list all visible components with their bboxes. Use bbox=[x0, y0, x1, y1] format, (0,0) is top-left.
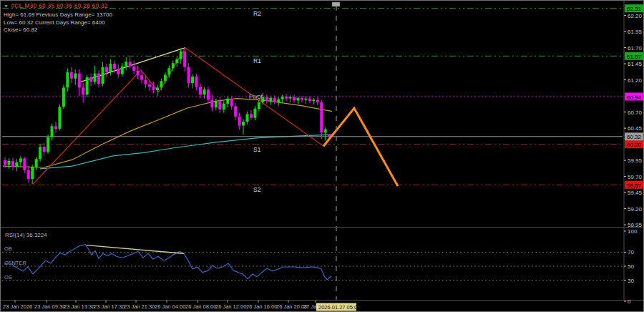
price-tick-label: 61.70 bbox=[628, 45, 643, 52]
candle-body-bear bbox=[140, 75, 143, 79]
time-label: 26 Jan 08:00 bbox=[185, 303, 216, 310]
rsi-level-label-ob: OB bbox=[4, 245, 12, 252]
candle-body-bull bbox=[253, 109, 256, 118]
price-tick-label: 58.95 bbox=[628, 222, 643, 228]
price-level-box-label: 59.57 bbox=[627, 182, 642, 189]
collapse-arrow-icon[interactable]: ▼ bbox=[4, 4, 9, 9]
candle-body-bull bbox=[102, 67, 104, 84]
candle-body-bull bbox=[172, 63, 175, 68]
symbol-ohlc-line: ▼#CL,M30 60.35 60.36 60.28 60.32 bbox=[4, 2, 112, 9]
price-level-box-label: 60.20 bbox=[627, 142, 642, 148]
candle-body-bear bbox=[187, 67, 190, 84]
candle-body-bull bbox=[324, 130, 327, 133]
candle-body-bull bbox=[35, 159, 38, 167]
candle-body-bear bbox=[238, 117, 241, 126]
candle-body-bull bbox=[304, 99, 307, 100]
stat-low: Low= 60.32 bbox=[4, 19, 34, 27]
candle-body-bull bbox=[94, 74, 97, 82]
candle-body-bull bbox=[281, 97, 284, 99]
candle-body-bear bbox=[195, 77, 198, 87]
candle-body-bear bbox=[145, 80, 147, 84]
chart-canvas[interactable]: R2R1PivotS1S2OBCENTEROSRSI(14) 36.322462… bbox=[1, 1, 644, 312]
stat-prev-range: Previous Days Range= 13700 bbox=[36, 11, 112, 19]
khaki-trendline-price[interactable] bbox=[81, 48, 185, 82]
candle-body-bull bbox=[7, 161, 10, 165]
candle-body-bear bbox=[4, 160, 6, 165]
candle-body-bull bbox=[15, 162, 18, 167]
candle-body-bear bbox=[113, 64, 116, 69]
candle-body-bear bbox=[250, 114, 253, 117]
candle-body-bear bbox=[89, 77, 92, 82]
price-level-box-label: 61.57 bbox=[627, 54, 642, 60]
rsi-tick-label: 30 bbox=[628, 278, 634, 284]
chart-info-panel: ▼#CL,M30 60.35 60.36 60.28 60.32 High= 6… bbox=[4, 2, 112, 34]
candle-body-bull bbox=[242, 122, 245, 125]
candle-body-bear bbox=[320, 102, 323, 132]
rsi-line bbox=[4, 245, 331, 280]
candle-body-bull bbox=[31, 167, 34, 179]
candle-body-bear bbox=[265, 97, 268, 101]
candle-body-bear bbox=[82, 87, 84, 94]
candle-body-bear bbox=[105, 67, 108, 72]
candle-body-bull bbox=[167, 68, 170, 74]
time-label: 26 Jan 20:00 bbox=[276, 303, 307, 310]
price-tick-label: 60.70 bbox=[628, 109, 643, 116]
candle-body-bull bbox=[156, 87, 159, 90]
candle-body-bear bbox=[183, 52, 186, 67]
price-tick-label: 61.45 bbox=[628, 61, 643, 67]
candle-body-bull bbox=[261, 97, 264, 102]
symbol-ohlc-text: #CL,M30 60.35 60.36 60.28 60.32 bbox=[11, 2, 108, 9]
day-stats: High= 61.69Previous Days Range= 13700 Lo… bbox=[4, 11, 112, 34]
candle-body-bull bbox=[86, 77, 89, 94]
stat-close: Close= 60.82 bbox=[4, 26, 37, 34]
level-label-s2: S2 bbox=[253, 186, 261, 193]
candle-body-bull bbox=[74, 74, 77, 79]
candle-body-bear bbox=[285, 97, 288, 99]
candle-body-bull bbox=[215, 101, 218, 107]
candle-body-bear bbox=[11, 161, 14, 167]
time-label: 23 Jan 09:30 bbox=[34, 303, 65, 310]
candle-body-bear bbox=[27, 170, 30, 180]
trading-chart-window: R2R1PivotS1S2OBCENTEROSRSI(14) 36.322462… bbox=[0, 0, 644, 312]
zigzag-red-line[interactable] bbox=[33, 48, 323, 185]
stat-high: High= 61.69 bbox=[4, 11, 34, 19]
ma-cyan-line bbox=[40, 135, 332, 169]
candle-body-bull bbox=[39, 147, 42, 159]
rsi-tick-label: 100 bbox=[628, 228, 638, 235]
candle-body-bear bbox=[97, 74, 100, 84]
candle-body-bull bbox=[191, 77, 194, 83]
price-level-box-label: 62.31 bbox=[627, 6, 642, 12]
rsi-indicator-label: RSI(14) 36.3224 bbox=[5, 232, 47, 238]
candle-body-bear bbox=[129, 62, 132, 66]
level-label-r1: R1 bbox=[253, 57, 261, 64]
time-label: 26 Jan 04:00 bbox=[155, 303, 185, 310]
price-level-box-label: 60.94 bbox=[627, 94, 642, 101]
time-label: 26 Jan 16:00 bbox=[246, 303, 277, 310]
projection-orange-line[interactable] bbox=[323, 108, 398, 186]
candle-body-bull bbox=[180, 52, 182, 59]
candle-body-bull bbox=[62, 87, 65, 107]
candle-body-bull bbox=[58, 107, 61, 129]
candle-body-bull bbox=[289, 97, 292, 99]
candle-body-bear bbox=[152, 87, 155, 91]
candle-body-bear bbox=[70, 72, 73, 79]
candle-body-bear bbox=[234, 107, 237, 117]
candle-body-bull bbox=[47, 137, 49, 152]
vline-anchor-marker[interactable] bbox=[332, 2, 340, 6]
candle-body-bear bbox=[117, 69, 119, 74]
price-tick-label: 59.20 bbox=[628, 206, 643, 213]
candle-body-bear bbox=[23, 158, 26, 170]
price-tick-label: 59.45 bbox=[628, 190, 643, 196]
rsi-level-label-os: OS bbox=[4, 274, 12, 281]
candle-body-bear bbox=[199, 87, 202, 95]
price-level-box-label: 60.32 bbox=[627, 134, 642, 140]
candle-body-bull bbox=[125, 62, 127, 66]
candle-body-bear bbox=[301, 98, 303, 100]
price-tick-label: 61.20 bbox=[628, 77, 643, 84]
time-label: 26 Jan 12:00 bbox=[215, 303, 246, 310]
level-label-s1: S1 bbox=[253, 146, 261, 153]
candle-body-bull bbox=[203, 89, 205, 94]
price-tick-label: 62.20 bbox=[628, 13, 643, 19]
time-label: 23 Jan 17:30 bbox=[94, 303, 125, 310]
candle-body-bear bbox=[230, 99, 233, 107]
